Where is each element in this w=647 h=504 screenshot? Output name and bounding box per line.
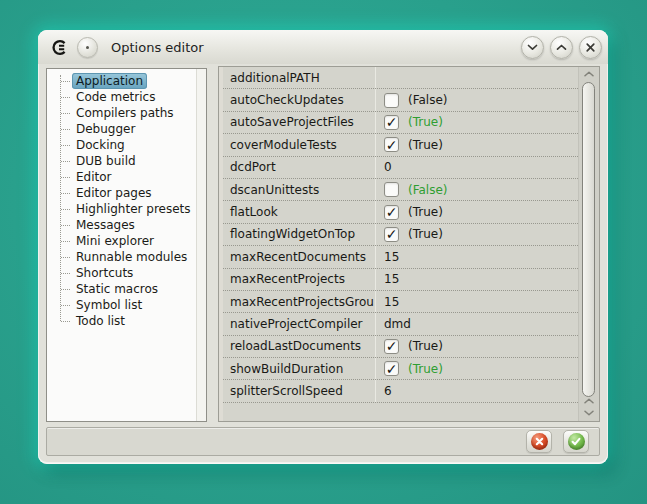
close-icon <box>585 42 596 53</box>
scroll-up-button-bottom[interactable] <box>579 398 599 404</box>
sidebar-item-compilers-paths[interactable]: Compilers paths <box>47 105 206 121</box>
sidebar-item-symbol-list[interactable]: Symbol list <box>47 297 206 313</box>
category-tree: Application Code metrics Compilers paths… <box>47 69 206 329</box>
checkbox-checked[interactable]: ✓ <box>384 227 399 242</box>
accept-button[interactable] <box>563 430 589 453</box>
prop-value[interactable]: ✓ (True) <box>376 112 578 133</box>
sidebar-item-application[interactable]: Application <box>47 73 206 89</box>
sidebar-item-static-macros[interactable]: Static macros <box>47 281 206 297</box>
prop-value[interactable]: ✓ (True) <box>376 201 578 222</box>
prop-name[interactable]: splitterScrollSpeed <box>223 380 376 401</box>
checkbox-checked[interactable]: ✓ <box>384 205 399 220</box>
grid-row: autoCheckUpdates (False) <box>223 89 578 111</box>
scroll-thumb[interactable] <box>582 82 595 397</box>
chevron-down-icon <box>584 410 594 416</box>
window-title: Options editor <box>111 40 204 55</box>
tree-scrollbar-track[interactable] <box>196 69 206 421</box>
vertical-scrollbar[interactable] <box>578 67 599 421</box>
grid-row: flatLook ✓ (True) <box>223 201 578 223</box>
checkbox-checked[interactable]: ✓ <box>384 115 399 130</box>
chevron-down-icon <box>527 44 538 51</box>
chevron-up-icon <box>584 71 594 77</box>
prop-value[interactable]: 15 <box>376 291 578 312</box>
prop-name[interactable]: maxRecentProjectsGrou <box>223 291 376 312</box>
prop-name[interactable]: showBuildDuration <box>223 358 376 379</box>
prop-name[interactable]: dscanUnittests <box>223 179 376 200</box>
prop-value[interactable]: ✓ (True) <box>376 358 578 379</box>
prop-name[interactable]: autoSaveProjectFiles <box>223 112 376 133</box>
prop-value[interactable]: ✓ (True) <box>376 134 578 155</box>
prop-name[interactable]: maxRecentProjects <box>223 269 376 290</box>
prop-name[interactable]: additionalPATH <box>223 67 376 88</box>
sidebar-item-code-metrics[interactable]: Code metrics <box>47 89 206 105</box>
app-logo-icon <box>50 38 68 56</box>
prop-value[interactable]: (False) <box>376 179 578 200</box>
scroll-down-button[interactable] <box>579 410 599 416</box>
prop-value[interactable]: 15 <box>376 246 578 267</box>
grid-row: autoSaveProjectFiles ✓ (True) <box>223 112 578 134</box>
options-editor-window: Options editor Application Code metrics … <box>38 30 608 464</box>
prop-name[interactable]: floatingWidgetOnTop <box>223 224 376 245</box>
prop-value[interactable]: (False) <box>376 89 578 110</box>
titlebar[interactable]: Options editor <box>38 30 608 64</box>
grid-row: maxRecentProjects 15 <box>223 269 578 291</box>
prop-value[interactable]: ✓ (True) <box>376 224 578 245</box>
scroll-up-button[interactable] <box>579 71 599 77</box>
sidebar-item-debugger[interactable]: Debugger <box>47 121 206 137</box>
sidebar-item-docking[interactable]: Docking <box>47 137 206 153</box>
grid-row: maxRecentProjectsGrou 15 <box>223 291 578 313</box>
maximize-button[interactable] <box>550 36 573 59</box>
grid-row: nativeProjectCompiler dmd <box>223 313 578 335</box>
sidebar-item-highlighter-presets[interactable]: Highlighter presets <box>47 201 206 217</box>
grid-row: coverModuleTests ✓ (True) <box>223 134 578 156</box>
prop-value[interactable]: 15 <box>376 269 578 290</box>
checkbox-checked[interactable]: ✓ <box>384 137 399 152</box>
prop-name[interactable]: reloadLastDocuments <box>223 336 376 357</box>
prop-value[interactable] <box>376 67 578 88</box>
checkbox-unchecked[interactable] <box>384 182 399 197</box>
grid-row: additionalPATH <box>223 67 578 89</box>
prop-value[interactable]: 6 <box>376 380 578 401</box>
prop-value[interactable]: dmd <box>376 313 578 334</box>
menu-dot-icon <box>86 46 89 49</box>
grid-row: showBuildDuration ✓ (True) <box>223 358 578 380</box>
prop-name[interactable]: dcdPort <box>223 157 376 178</box>
prop-name[interactable]: coverModuleTests <box>223 134 376 155</box>
chevron-up-icon <box>584 398 594 404</box>
sidebar-item-messages[interactable]: Messages <box>47 217 206 233</box>
checkbox-checked[interactable]: ✓ <box>384 339 399 354</box>
grid-row: splitterScrollSpeed 6 <box>223 380 578 402</box>
button-bar <box>46 427 600 456</box>
grid-row: dscanUnittests (False) <box>223 179 578 201</box>
sidebar-item-mini-explorer[interactable]: Mini explorer <box>47 233 206 249</box>
cancel-button[interactable] <box>526 430 552 453</box>
window-menu-button[interactable] <box>77 37 98 58</box>
close-button[interactable] <box>579 36 602 59</box>
sidebar-item-dub-build[interactable]: DUB build <box>47 153 206 169</box>
prop-name[interactable]: maxRecentDocuments <box>223 246 376 267</box>
prop-value[interactable]: 0 <box>376 157 578 178</box>
sidebar-item-todo-list[interactable]: Todo list <box>47 313 206 329</box>
shade-button[interactable] <box>521 36 544 59</box>
sidebar-item-editor[interactable]: Editor <box>47 169 206 185</box>
grid-row: floatingWidgetOnTop ✓ (True) <box>223 224 578 246</box>
cancel-x-icon <box>531 433 548 450</box>
property-grid: additionalPATH autoCheckUpdates (False) … <box>218 66 600 422</box>
category-tree-panel: Application Code metrics Compilers paths… <box>46 68 207 422</box>
prop-value[interactable]: ✓ (True) <box>376 336 578 357</box>
checkbox-unchecked[interactable] <box>384 93 399 108</box>
checkbox-checked[interactable]: ✓ <box>384 361 399 376</box>
sidebar-item-runnable-modules[interactable]: Runnable modules <box>47 249 206 265</box>
accept-check-icon <box>568 433 585 450</box>
sidebar-item-editor-pages[interactable]: Editor pages <box>47 185 206 201</box>
grid-row: reloadLastDocuments ✓ (True) <box>223 336 578 358</box>
prop-name[interactable]: autoCheckUpdates <box>223 89 376 110</box>
sidebar-item-shortcuts[interactable]: Shortcuts <box>47 265 206 281</box>
grid-row: maxRecentDocuments 15 <box>223 246 578 268</box>
prop-name[interactable]: flatLook <box>223 201 376 222</box>
chevron-up-icon <box>556 44 567 51</box>
prop-name[interactable]: nativeProjectCompiler <box>223 313 376 334</box>
grid-rows: additionalPATH autoCheckUpdates (False) … <box>223 67 578 421</box>
grid-row: dcdPort 0 <box>223 157 578 179</box>
